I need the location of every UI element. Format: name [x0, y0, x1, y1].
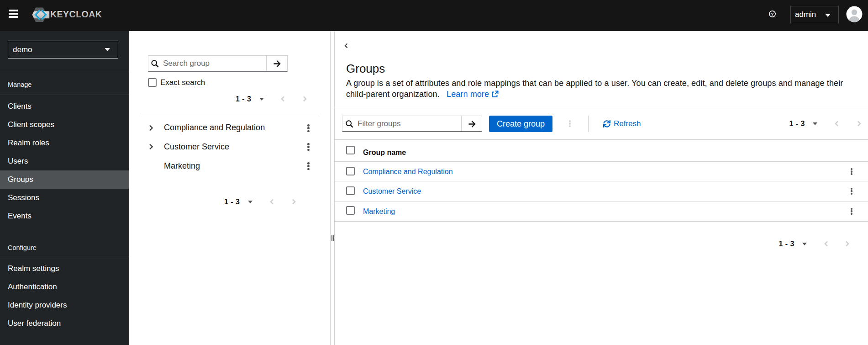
svg-text:?: ? [771, 11, 774, 16]
svg-text:KEYCLOAK: KEYCLOAK [50, 9, 102, 19]
